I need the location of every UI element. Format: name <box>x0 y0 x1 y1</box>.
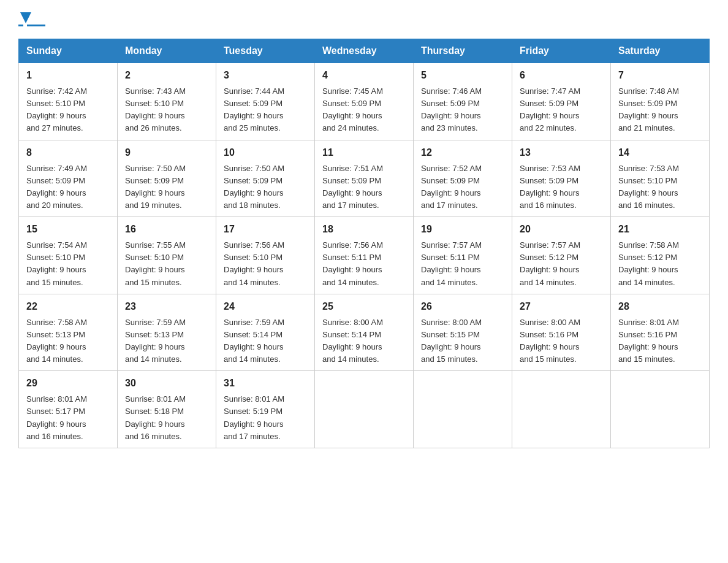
calendar-cell: 3 Sunrise: 7:44 AM Sunset: 5:09 PM Dayli… <box>216 63 315 140</box>
calendar-cell: 10 Sunrise: 7:50 AM Sunset: 5:09 PM Dayl… <box>216 140 315 217</box>
day-info: Sunrise: 7:57 AM Sunset: 5:11 PM Dayligh… <box>421 240 482 286</box>
calendar-cell: 15 Sunrise: 7:54 AM Sunset: 5:10 PM Dayl… <box>19 217 118 294</box>
day-info: Sunrise: 8:01 AM Sunset: 5:17 PM Dayligh… <box>26 394 87 440</box>
day-info: Sunrise: 7:56 AM Sunset: 5:11 PM Dayligh… <box>322 240 383 286</box>
day-info: Sunrise: 8:01 AM Sunset: 5:19 PM Dayligh… <box>224 394 284 440</box>
day-number: 22 <box>26 299 110 314</box>
calendar-cell <box>414 371 512 448</box>
day-number: 3 <box>224 68 307 83</box>
calendar-cell: 7 Sunrise: 7:48 AM Sunset: 5:09 PM Dayli… <box>611 63 710 140</box>
header-monday: Monday <box>118 39 216 63</box>
day-number: 7 <box>618 68 702 83</box>
day-number: 10 <box>224 145 307 160</box>
day-info: Sunrise: 7:46 AM Sunset: 5:09 PM Dayligh… <box>421 86 482 132</box>
calendar-cell: 4 Sunrise: 7:45 AM Sunset: 5:09 PM Dayli… <box>315 63 414 140</box>
day-number: 19 <box>421 222 504 237</box>
calendar-cell: 30 Sunrise: 8:01 AM Sunset: 5:18 PM Dayl… <box>118 371 216 448</box>
calendar-cell: 20 Sunrise: 7:57 AM Sunset: 5:12 PM Dayl… <box>512 217 611 294</box>
day-info: Sunrise: 7:42 AM Sunset: 5:10 PM Dayligh… <box>26 86 87 132</box>
day-number: 5 <box>421 68 504 83</box>
calendar-cell: 14 Sunrise: 7:53 AM Sunset: 5:10 PM Dayl… <box>611 140 710 217</box>
day-info: Sunrise: 7:52 AM Sunset: 5:09 PM Dayligh… <box>421 164 482 210</box>
calendar-cell: 9 Sunrise: 7:50 AM Sunset: 5:09 PM Dayli… <box>118 140 216 217</box>
day-number: 31 <box>224 376 307 391</box>
calendar-cell: 8 Sunrise: 7:49 AM Sunset: 5:09 PM Dayli… <box>19 140 118 217</box>
calendar-cell: 16 Sunrise: 7:55 AM Sunset: 5:10 PM Dayl… <box>118 217 216 294</box>
calendar-cell: 11 Sunrise: 7:51 AM Sunset: 5:09 PM Dayl… <box>315 140 414 217</box>
calendar-cell: 19 Sunrise: 7:57 AM Sunset: 5:11 PM Dayl… <box>414 217 512 294</box>
day-info: Sunrise: 8:00 AM Sunset: 5:15 PM Dayligh… <box>421 318 482 364</box>
day-number: 14 <box>618 145 702 160</box>
day-number: 27 <box>520 299 603 314</box>
calendar-cell: 27 Sunrise: 8:00 AM Sunset: 5:16 PM Dayl… <box>512 294 611 371</box>
day-number: 4 <box>322 68 406 83</box>
calendar-cell: 24 Sunrise: 7:59 AM Sunset: 5:14 PM Dayl… <box>216 294 315 371</box>
day-info: Sunrise: 7:44 AM Sunset: 5:09 PM Dayligh… <box>224 86 284 132</box>
header-friday: Friday <box>512 39 611 63</box>
day-number: 20 <box>520 222 603 237</box>
calendar-week-2: 8 Sunrise: 7:49 AM Sunset: 5:09 PM Dayli… <box>19 140 710 217</box>
day-number: 8 <box>26 145 110 160</box>
day-info: Sunrise: 8:00 AM Sunset: 5:16 PM Dayligh… <box>520 318 580 364</box>
day-info: Sunrise: 7:59 AM Sunset: 5:13 PM Dayligh… <box>125 318 186 364</box>
day-info: Sunrise: 7:53 AM Sunset: 5:10 PM Dayligh… <box>618 164 679 210</box>
svg-marker-0 <box>20 12 31 23</box>
calendar-cell: 28 Sunrise: 8:01 AM Sunset: 5:16 PM Dayl… <box>611 294 710 371</box>
day-number: 12 <box>421 145 504 160</box>
calendar-cell <box>611 371 710 448</box>
day-number: 15 <box>26 222 110 237</box>
header <box>18 12 710 26</box>
calendar-cell: 29 Sunrise: 8:01 AM Sunset: 5:17 PM Dayl… <box>19 371 118 448</box>
day-number: 9 <box>125 145 208 160</box>
day-info: Sunrise: 7:58 AM Sunset: 5:12 PM Dayligh… <box>618 240 679 286</box>
day-info: Sunrise: 8:01 AM Sunset: 5:18 PM Dayligh… <box>125 394 186 440</box>
calendar-table: SundayMondayTuesdayWednesdayThursdayFrid… <box>18 39 710 448</box>
calendar-cell: 13 Sunrise: 7:53 AM Sunset: 5:09 PM Dayl… <box>512 140 611 217</box>
day-number: 13 <box>520 145 603 160</box>
day-number: 18 <box>322 222 406 237</box>
header-tuesday: Tuesday <box>216 39 315 63</box>
day-number: 26 <box>421 299 504 314</box>
day-number: 16 <box>125 222 208 237</box>
calendar-cell <box>512 371 611 448</box>
header-saturday: Saturday <box>611 39 710 63</box>
day-info: Sunrise: 7:50 AM Sunset: 5:09 PM Dayligh… <box>125 164 186 210</box>
header-sunday: Sunday <box>19 39 118 63</box>
calendar-cell: 21 Sunrise: 7:58 AM Sunset: 5:12 PM Dayl… <box>611 217 710 294</box>
day-number: 11 <box>322 145 406 160</box>
day-number: 6 <box>520 68 603 83</box>
day-info: Sunrise: 7:55 AM Sunset: 5:10 PM Dayligh… <box>125 240 186 286</box>
day-info: Sunrise: 7:49 AM Sunset: 5:09 PM Dayligh… <box>26 164 87 210</box>
calendar-header-row: SundayMondayTuesdayWednesdayThursdayFrid… <box>19 39 710 63</box>
day-info: Sunrise: 7:59 AM Sunset: 5:14 PM Dayligh… <box>224 318 284 364</box>
day-info: Sunrise: 7:56 AM Sunset: 5:10 PM Dayligh… <box>224 240 284 286</box>
calendar-cell: 1 Sunrise: 7:42 AM Sunset: 5:10 PM Dayli… <box>19 63 118 140</box>
day-number: 1 <box>26 68 110 83</box>
day-info: Sunrise: 7:48 AM Sunset: 5:09 PM Dayligh… <box>618 86 679 132</box>
day-number: 28 <box>618 299 702 314</box>
header-wednesday: Wednesday <box>315 39 414 63</box>
day-info: Sunrise: 7:50 AM Sunset: 5:09 PM Dayligh… <box>224 164 284 210</box>
logo <box>18 12 45 26</box>
calendar-week-5: 29 Sunrise: 8:01 AM Sunset: 5:17 PM Dayl… <box>19 371 710 448</box>
calendar-week-4: 22 Sunrise: 7:58 AM Sunset: 5:13 PM Dayl… <box>19 294 710 371</box>
calendar-cell: 31 Sunrise: 8:01 AM Sunset: 5:19 PM Dayl… <box>216 371 315 448</box>
day-info: Sunrise: 7:43 AM Sunset: 5:10 PM Dayligh… <box>125 86 186 132</box>
day-info: Sunrise: 7:53 AM Sunset: 5:09 PM Dayligh… <box>520 164 580 210</box>
day-number: 30 <box>125 376 208 391</box>
day-info: Sunrise: 8:01 AM Sunset: 5:16 PM Dayligh… <box>618 318 679 364</box>
day-info: Sunrise: 8:00 AM Sunset: 5:14 PM Dayligh… <box>322 318 383 364</box>
day-info: Sunrise: 7:57 AM Sunset: 5:12 PM Dayligh… <box>520 240 580 286</box>
calendar-cell: 2 Sunrise: 7:43 AM Sunset: 5:10 PM Dayli… <box>118 63 216 140</box>
calendar-cell: 25 Sunrise: 8:00 AM Sunset: 5:14 PM Dayl… <box>315 294 414 371</box>
calendar-cell: 5 Sunrise: 7:46 AM Sunset: 5:09 PM Dayli… <box>414 63 512 140</box>
calendar-cell <box>315 371 414 448</box>
header-thursday: Thursday <box>414 39 512 63</box>
calendar-week-3: 15 Sunrise: 7:54 AM Sunset: 5:10 PM Dayl… <box>19 217 710 294</box>
calendar-cell: 22 Sunrise: 7:58 AM Sunset: 5:13 PM Dayl… <box>19 294 118 371</box>
day-number: 23 <box>125 299 208 314</box>
day-info: Sunrise: 7:58 AM Sunset: 5:13 PM Dayligh… <box>26 318 87 364</box>
logo-triangle-icon <box>20 12 31 23</box>
calendar-cell: 17 Sunrise: 7:56 AM Sunset: 5:10 PM Dayl… <box>216 217 315 294</box>
day-number: 21 <box>618 222 702 237</box>
